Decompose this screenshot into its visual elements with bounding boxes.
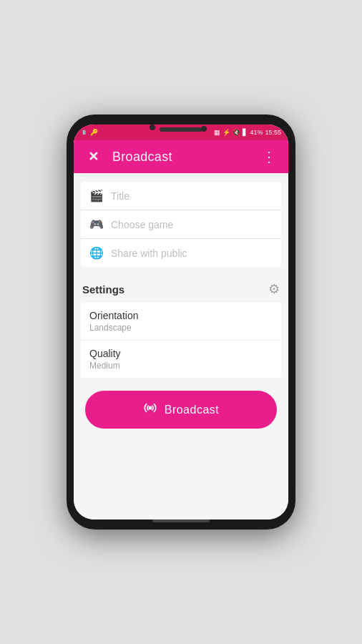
settings-items-list: Orientation Landscape Quality Medium <box>81 303 281 378</box>
quality-setting[interactable]: Quality Medium <box>81 341 281 378</box>
film-icon: 🎬 <box>89 189 104 203</box>
settings-header: Settings ⚙ <box>81 275 281 303</box>
bluetooth-icon: ⚡ <box>222 129 230 136</box>
svg-point-0 <box>148 406 152 410</box>
quality-label: Quality <box>89 348 273 359</box>
page-title: Broadcast <box>112 150 258 165</box>
battery-text: 41% <box>250 129 263 136</box>
home-bar[interactable] <box>152 519 210 522</box>
screen: ⏸ 🔑 ▦ ⚡ 🔇 ▋ 41% 15:55 ✕ Broadcast ⋮ <box>74 125 288 519</box>
status-left-icons: ⏸ 🔑 <box>81 129 98 136</box>
camera <box>201 126 207 132</box>
title-field[interactable]: 🎬 Title <box>81 182 281 210</box>
settings-title: Settings <box>82 283 124 296</box>
settings-section: Settings ⚙ Orientation Landscape Quality… <box>81 275 281 378</box>
broadcast-button[interactable]: Broadcast <box>85 391 277 429</box>
quality-value: Medium <box>89 361 273 371</box>
close-button[interactable]: ✕ <box>82 149 104 165</box>
app-bar: ✕ Broadcast ⋮ <box>74 140 288 173</box>
key-icon: 🔑 <box>90 129 98 136</box>
phone-frame: ⏸ 🔑 ▦ ⚡ 🔇 ▋ 41% 15:55 ✕ Broadcast ⋮ <box>67 114 295 530</box>
more-options-button[interactable]: ⋮ <box>258 148 280 165</box>
content-area: 🎬 Title 🎮 Choose game 🌐 Share with publi… <box>74 173 288 519</box>
signal-icon: ▋ <box>243 129 248 136</box>
wifi-icon: ▦ <box>214 129 220 136</box>
broadcast-button-label: Broadcast <box>165 404 220 416</box>
time-display: 15:55 <box>265 129 281 136</box>
title-placeholder: Title <box>111 190 273 202</box>
share-placeholder: Share with public <box>111 248 273 259</box>
broadcast-btn-container: Broadcast <box>74 378 288 437</box>
orientation-value: Landscape <box>89 323 273 333</box>
globe-icon: 🌐 <box>89 246 104 260</box>
status-bar: ⏸ 🔑 ▦ ⚡ 🔇 ▋ 41% 15:55 <box>74 125 288 140</box>
orientation-label: Orientation <box>89 310 273 321</box>
form-section: 🎬 Title 🎮 Choose game 🌐 Share with publi… <box>81 182 281 267</box>
pause-icon: ⏸ <box>81 129 87 136</box>
orientation-setting[interactable]: Orientation Landscape <box>81 303 281 341</box>
gear-icon[interactable]: ⚙ <box>268 281 280 297</box>
gamepad-icon: 🎮 <box>89 218 104 231</box>
share-field[interactable]: 🌐 Share with public <box>81 239 281 267</box>
broadcast-icon <box>143 401 157 419</box>
choose-game-field[interactable]: 🎮 Choose game <box>81 210 281 239</box>
game-placeholder: Choose game <box>111 219 273 230</box>
mute-icon: 🔇 <box>233 129 240 136</box>
status-right-icons: ▦ ⚡ 🔇 ▋ 41% 15:55 <box>214 129 281 136</box>
